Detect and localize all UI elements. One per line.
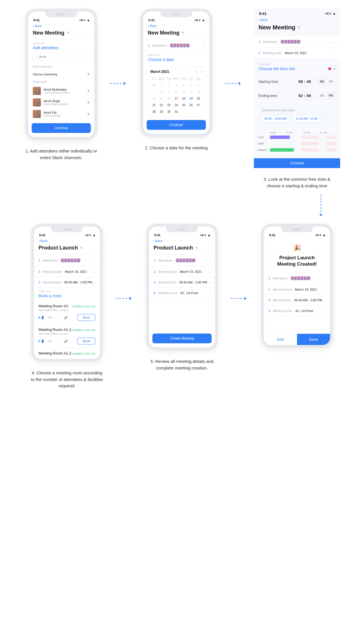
add-icon[interactable]: + [87,100,90,105]
end-time-input[interactable]: 02 : 00 [295,92,314,100]
employee-role: Sales Manager [44,114,61,117]
start-time-row: Starting time: 09 : 45 AM PM [254,75,340,89]
calendar-day[interactable]: 19 [187,95,195,102]
attendees-summary[interactable]: 1. Attendees: ⌄ [143,40,209,52]
calendar-day[interactable]: 9 [165,89,173,95]
calendar-day[interactable]: 29 [158,108,165,115]
calendar-day[interactable]: 17 [173,95,180,102]
calendar-day[interactable]: 12 [187,89,195,95]
add-icon[interactable]: + [87,88,90,94]
book-button[interactable]: Book [77,314,95,321]
calendar-day[interactable]: 24 [173,102,180,108]
free-slot-chip[interactable]: 09:00 - 10:00 AM [261,115,290,123]
step-caption: 5. Review all meeting details and comple… [145,358,219,371]
calendar-day[interactable]: 5 [187,82,195,89]
calendar-day[interactable]: 16 [165,95,173,102]
prev-month-icon[interactable]: ‹ [196,70,197,74]
attendees-summary[interactable]: 1.Attendees: ⌄ [34,255,100,266]
back-button[interactable]: Back [149,239,215,244]
calendar-day[interactable]: 14 [150,95,158,102]
start-ampm-toggle[interactable]: AM PM [317,78,336,85]
calendar-day[interactable]: 26 [187,102,195,108]
calendar-day[interactable]: 30 [165,108,173,115]
employee-row[interactable]: Amrit Mukherjee Chief Marketing Officer … [28,85,94,97]
edit-title-icon[interactable]: ✎ [182,31,185,35]
edit-button[interactable]: Edit [264,334,297,345]
employee-row[interactable]: Amrit Singh Sales Representative + [28,97,94,108]
calendar-day[interactable]: 1 [158,82,165,89]
room-summary: 4.Meeting room:A1, 1st Floor [264,306,330,316]
calendar-day[interactable]: 11 [180,89,187,95]
room-name: Meeting Room A1.2 [39,351,71,355]
section-employees: Employees [28,79,94,85]
date-summary[interactable]: 2.Meeting Date: March 19, 2021 ⌄ [34,266,100,277]
start-time-input[interactable]: 09 : 45 [295,77,314,86]
book-button[interactable]: Book [77,338,95,344]
date-summary[interactable]: 2. Meeting Date: March 19, 2021 ⌄ [254,48,340,58]
back-button[interactable]: Back [254,18,340,23]
calendar-day[interactable]: 13 [195,89,202,95]
edit-title-icon[interactable]: ✎ [80,246,83,250]
calendar-day[interactable]: 15 [158,95,165,102]
slack-channel-row[interactable]: #acme-marketing + [28,70,94,79]
calendar-day[interactable]: 31 [173,108,180,115]
continue-button[interactable]: Continue [254,158,340,168]
calendar-day[interactable]: 2 [165,82,173,89]
calendar-day[interactable]: 28 [150,82,158,89]
flow-arrow-icon [116,296,133,301]
add-icon[interactable]: + [87,72,90,77]
calendar-day[interactable]: 4 [180,82,187,89]
calendar-day[interactable]: 21 [150,102,158,108]
search-icon: ⌕ [35,55,37,58]
time-summary[interactable]: 3.Meeting time:09:45 AM - 2:00 PM⌄ [149,277,215,288]
attendees-summary[interactable]: 1.Attendees: ⌄ [149,255,215,266]
done-button[interactable]: Done [297,334,330,345]
calendar-day[interactable]: 23 [165,102,173,108]
pm-option[interactable]: PM [326,78,335,85]
calendar-day[interactable]: 18 [180,95,187,102]
step-caption: 2. Choose a date for the meeting [145,145,208,151]
room-name: Meeting Room A1 [39,304,68,308]
calendar-month: March 2021 [150,70,169,74]
pm-option[interactable]: PM [326,92,335,99]
calendar-day[interactable]: 20 [195,95,202,102]
time-summary[interactable]: 3.Meeting time: 09:45 AM - 2:00 PM ⌄ [34,277,100,288]
add-icon[interactable]: + [87,111,90,117]
employee-row[interactable]: Amrit Pal Sales Manager + [28,108,94,120]
calendar-day[interactable]: 22 [158,102,165,108]
back-button[interactable]: Back [34,239,100,244]
back-button[interactable]: Back [143,24,209,29]
back-button[interactable]: Back [28,24,94,29]
edit-title-icon[interactable]: ✎ [67,31,70,35]
calendar-day[interactable]: 10 [173,89,180,95]
page-title: New Meeting [148,30,179,36]
create-meeting-button[interactable]: Create Meeting [152,334,212,343]
calendar-dow: Fri [187,76,195,82]
continue-button[interactable]: Continue [147,120,206,130]
am-option[interactable]: AM [317,92,326,99]
room-summary[interactable]: 4.Meeting room:A1, 1st Floor⌄ [149,288,215,298]
continue-button[interactable]: Continue [32,123,91,133]
calendar-day[interactable]: 8 [158,89,165,95]
step-heading: Choose the time slot [258,66,295,71]
calendar-day[interactable]: 25 [180,102,187,108]
room-location: New Delhi Office, 1st floor [39,309,95,312]
edit-title-icon[interactable]: ✎ [298,25,301,30]
calendar-day[interactable]: 3 [173,82,180,89]
free-slot-chip[interactable]: 11:00 AM - 12:00 [292,115,321,123]
calendar-day[interactable]: 27 [195,102,202,108]
calendar-day[interactable]: 7 [150,89,158,95]
room-location: New Delhi Office, 1st floor [39,332,95,335]
date-summary[interactable]: 2.Meeting Date:March 19, 2021⌄ [149,266,215,277]
am-option[interactable]: AM [317,78,326,85]
search-input[interactable]: ⌕ Amrit [33,53,90,60]
end-ampm-toggle[interactable]: AM PM [317,92,336,99]
month-picker-icon[interactable]: › [171,70,172,73]
next-month-icon[interactable]: › [201,70,202,74]
calendar-day[interactable]: 6 [195,82,202,89]
calendar[interactable]: March 2021 › ‹ › SunMonTueWedThuFriSat28… [147,66,205,117]
edit-title-icon[interactable]: ✎ [195,246,198,250]
calendar-day[interactable]: 28 [150,108,158,115]
external-link-icon[interactable]: ↗ [333,67,336,71]
attendees-summary[interactable]: 1. Attendees: ⌄ [254,36,340,48]
